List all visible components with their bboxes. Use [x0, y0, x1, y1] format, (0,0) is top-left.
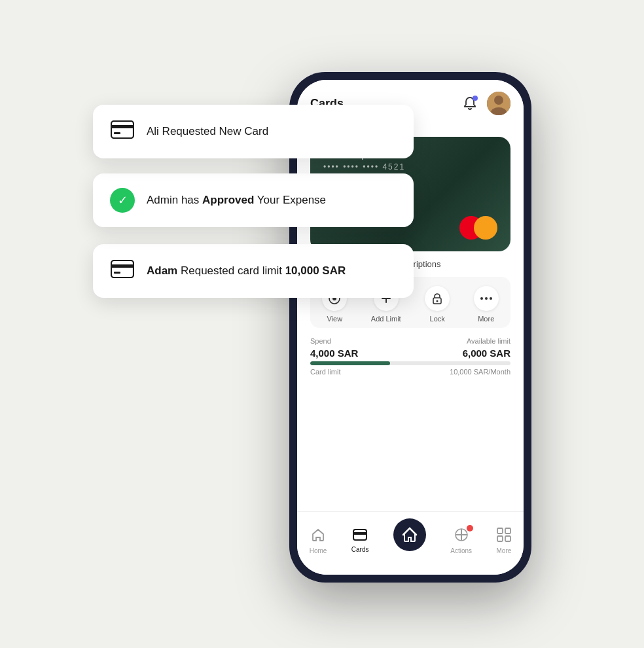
cards-icon [353, 529, 367, 544]
svg-point-15 [480, 297, 483, 300]
bell-button[interactable] [459, 93, 480, 114]
svg-rect-24 [505, 536, 510, 541]
mastercard-logo [459, 216, 497, 240]
notification-text-1: Ali Requested New Card [147, 125, 268, 138]
actions-icon [454, 528, 469, 545]
svg-rect-21 [497, 528, 503, 533]
available-limit-label: Available limit [467, 337, 510, 345]
nav-actions[interactable]: Actions [450, 528, 472, 554]
svg-point-14 [437, 300, 438, 302]
spend-value: 4,000 SAR [310, 348, 358, 359]
card-limit-value: 10,000 SAR/Month [450, 368, 510, 376]
card-limit-label: Card limit [310, 368, 340, 376]
spend-label: Spend [310, 337, 331, 345]
card-number: •••• •••• •••• 4521 [323, 162, 497, 171]
more-nav-label: More [497, 547, 512, 554]
lock-action[interactable]: Lock [425, 286, 450, 323]
svg-rect-5 [114, 272, 120, 274]
stats-values-row: 4,000 SAR 6,000 SAR [310, 348, 510, 359]
svg-rect-2 [114, 132, 120, 134]
stats-section: Spend Available limit 4,000 SAR 6,000 SA… [297, 337, 524, 376]
spend-progress-bar [310, 361, 510, 365]
svg-point-7 [494, 96, 503, 105]
bell-dot [473, 96, 478, 101]
card-limit-row: Card limit 10,000 SAR/Month [310, 368, 510, 376]
notification-card-1[interactable]: Ali Requested New Card [93, 105, 414, 158]
mc-orange-circle [474, 216, 497, 240]
avatar[interactable] [487, 92, 510, 115]
svg-rect-22 [505, 528, 510, 533]
available-limit-value: 6,000 SAR [463, 348, 510, 359]
svg-rect-3 [111, 261, 134, 278]
svg-rect-4 [111, 264, 134, 268]
more-action[interactable]: More [474, 286, 499, 323]
home-icon [311, 528, 325, 545]
actions-nav-label: Actions [450, 547, 472, 554]
card-icon-3 [109, 257, 136, 285]
more-nav-icon [497, 528, 511, 545]
svg-rect-0 [111, 121, 134, 138]
home-nav-label: Home [310, 547, 327, 554]
lock-icon [425, 286, 450, 311]
scene: Ali Requested New Card ✓ Admin has Appro… [93, 39, 551, 609]
notification-card-2[interactable]: ✓ Admin has Approved Your Expense [93, 173, 414, 227]
check-icon-2: ✓ [109, 187, 136, 214]
card-icon-1 [109, 118, 136, 145]
svg-rect-19 [353, 532, 367, 535]
notification-card-3[interactable]: Adam Requested card limit 10,000 SAR [93, 244, 414, 298]
svg-rect-23 [497, 536, 503, 541]
notification-text-2: Admin has Approved Your Expense [147, 194, 326, 207]
svg-point-16 [485, 297, 488, 300]
cards-nav-label: Cards [351, 546, 369, 553]
more-icon [474, 286, 499, 311]
notification-text-3: Adam Requested card limit 10,000 SAR [147, 264, 346, 278]
actions-badge [467, 525, 473, 531]
header-icons [459, 92, 510, 115]
nav-more[interactable]: More [497, 528, 512, 554]
lock-label: Lock [430, 315, 445, 323]
add-limit-label: Add Limit [371, 315, 401, 323]
nav-home[interactable]: Home [310, 528, 327, 554]
view-label: View [327, 315, 342, 323]
svg-rect-1 [111, 125, 134, 128]
spend-progress-fill [310, 361, 390, 365]
bottom-nav: Home Cards [297, 511, 524, 575]
stats-labels-row: Spend Available limit [310, 337, 510, 345]
nav-center-button[interactable] [393, 518, 426, 551]
nav-cards[interactable]: Cards [351, 529, 369, 553]
more-action-label: More [478, 315, 494, 323]
svg-point-17 [490, 297, 492, 300]
